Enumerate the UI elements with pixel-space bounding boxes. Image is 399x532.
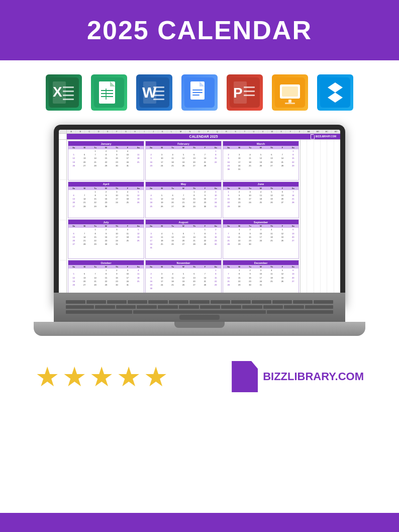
powerpoint-icon[interactable]: P (227, 74, 263, 111)
day-cell: 15 (223, 197, 234, 201)
day-cell: 10 (112, 194, 122, 197)
day-cell: 21 (288, 197, 298, 201)
day-cell: 7 (288, 190, 298, 194)
day-cell (167, 269, 178, 272)
day-cell: 9 (200, 194, 210, 197)
day-cell: 25 (266, 239, 277, 242)
day-cell: 18 (266, 276, 277, 280)
month-block-march: MarchSuMTuWThFSa123456789101112131415161… (223, 141, 299, 181)
day-cell: 11 (255, 194, 266, 197)
day-cell: 2 (234, 190, 244, 194)
day-cell: 16 (200, 197, 210, 201)
month-block-june: JuneSuMTuWThFSa1234567891011121314151617… (223, 182, 299, 219)
day-cell: 19 (133, 197, 144, 201)
word-icon[interactable]: W (136, 74, 172, 111)
day-cell: 11 (146, 197, 156, 201)
day-cell: 9 (234, 194, 244, 197)
day-cell: 27 (68, 242, 79, 246)
day-cell: 26 (266, 201, 277, 204)
day-cell: 1 (189, 190, 200, 194)
day-cell: 20 (79, 160, 89, 164)
day-cell: 19 (156, 201, 167, 204)
laptop-base (34, 322, 365, 336)
day-cell: 23 (245, 280, 255, 283)
day-cell: 30 (223, 167, 234, 171)
day-cell: 3 (112, 149, 122, 153)
day-cell: 25 (133, 160, 144, 164)
day-cell (79, 228, 89, 231)
day-cell: 2 (101, 149, 111, 153)
svg-rect-18 (153, 86, 164, 88)
day-cell: 25 (133, 280, 144, 283)
day-cell: 7 (200, 153, 210, 156)
day-cell: 19 (133, 235, 144, 239)
day-cell: 13 (189, 156, 200, 160)
google-docs-icon[interactable] (181, 74, 218, 111)
month-title-11: December (223, 260, 298, 265)
day-cell (112, 205, 122, 208)
day-cell: 27 (79, 164, 89, 167)
day-cell: 10 (255, 272, 266, 276)
day-cell: 7 (223, 232, 234, 235)
day-cell: 7 (90, 272, 101, 276)
month-title-0: January (68, 141, 144, 146)
day-cell: 21 (200, 280, 210, 283)
day-cell: 20 (68, 239, 79, 242)
day-cell: 25 (167, 283, 178, 287)
day-cell: 12 (133, 194, 144, 197)
day-cell (68, 167, 79, 168)
day-cell: 3 (146, 232, 156, 235)
star-4: ★ (117, 363, 141, 390)
day-cell: 6 (288, 228, 298, 231)
svg-text:P: P (233, 85, 243, 101)
bizzlib-logo[interactable]: BIZZLIBRARY.COM (232, 361, 364, 392)
day-cell: 3 (122, 269, 133, 272)
day-cell: 9 (112, 272, 122, 276)
google-slides-icon[interactable] (272, 74, 308, 111)
day-cell: 11 (167, 156, 178, 160)
day-cell: 15 (211, 156, 221, 160)
day-cell: 2 (112, 269, 122, 272)
day-cell (189, 228, 200, 231)
day-cell: 2 (245, 269, 255, 272)
laptop-screen-outer: A B C D E F G H I J K L M (54, 125, 345, 306)
day-cell: 24 (156, 164, 167, 167)
month-block-february: FebruarySuMTuWThFSa123456789101112131415… (145, 141, 222, 181)
day-cell: 18 (266, 235, 277, 239)
day-cell: 5 (133, 228, 144, 231)
dropbox-icon[interactable] (317, 74, 353, 111)
day-cell: 28 (200, 283, 210, 287)
day-cell: 28 (200, 164, 210, 167)
day-cell: 20 (288, 235, 298, 239)
month-title-8: September (223, 220, 298, 224)
day-cell: 10 (112, 232, 122, 235)
day-cell: 28 (189, 242, 200, 246)
day-cell: 1 (211, 269, 221, 272)
day-cell: 27 (79, 283, 89, 287)
day-cell (146, 190, 156, 194)
day-cell: 13 (68, 197, 79, 201)
day-cell: 18 (245, 160, 255, 164)
day-cell: 27 (189, 164, 200, 167)
google-sheets-icon[interactable] (91, 74, 127, 111)
day-cell: 26 (156, 205, 167, 208)
day-cell: 30 (211, 242, 221, 246)
day-cell: 29 (234, 242, 244, 246)
day-cell: 25 (146, 205, 156, 208)
day-cell: 17 (255, 235, 266, 239)
day-cell: 17 (245, 197, 255, 201)
day-cell: 25 (266, 280, 277, 283)
day-cell: 7 (178, 194, 188, 197)
day-cell: 4 (146, 194, 156, 197)
day-cell: 12 (277, 272, 287, 276)
day-cell: 21 (189, 239, 200, 242)
day-cell: 24 (122, 160, 133, 164)
day-cell: 22 (200, 239, 210, 242)
day-cell (178, 149, 188, 153)
day-cell: 29 (200, 242, 210, 246)
excel-icon[interactable]: X (46, 74, 82, 111)
day-cell (146, 228, 156, 231)
day-cell: 3 (245, 190, 255, 194)
day-cell: 4 (156, 232, 167, 235)
bottom-section: ★ ★ ★ ★ ★ BIZZLIBRARY.COM (0, 341, 399, 392)
